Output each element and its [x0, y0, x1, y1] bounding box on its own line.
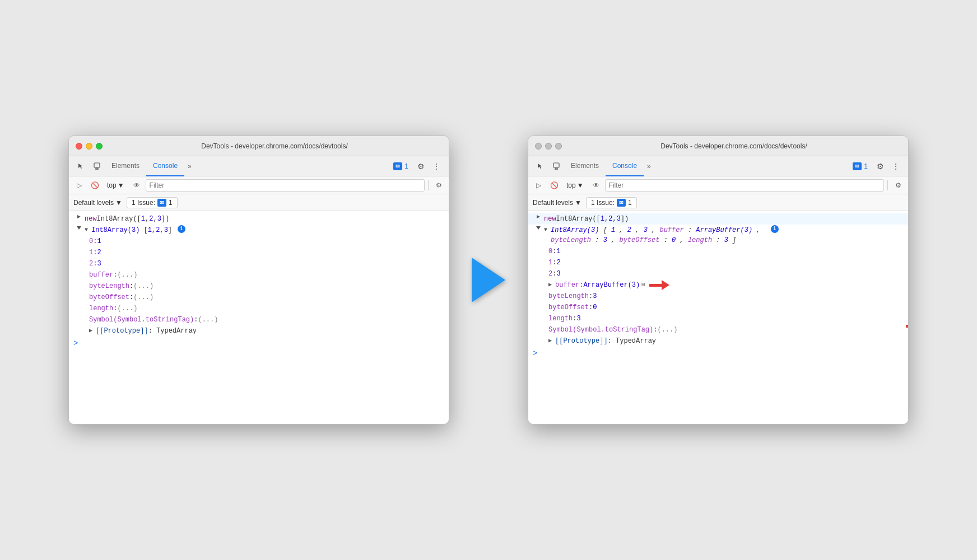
comparison-container: DevTools - developer.chrome.com/docs/dev… [46, 113, 931, 447]
svg-rect-0 [94, 163, 100, 167]
right-console-prompt[interactable]: > [528, 347, 908, 360]
left-prop-length: length : (...) [69, 303, 449, 314]
right-toolbar-tabs: Elements Console » ✉ 1 ⚙ ⋮ [528, 156, 908, 176]
left-more-icon[interactable]: ⋮ [429, 158, 444, 174]
comparison-arrow [472, 258, 505, 302]
right-prop-2: 2 : 3 [528, 268, 908, 279]
right-issues-bar: Default levels ▼ 1 Issue: ✉ 1 [528, 194, 908, 211]
right-info-badge[interactable]: i [771, 225, 779, 233]
left-cursor-icon[interactable] [73, 158, 89, 174]
left-messages-badge[interactable]: ✉ 1 [389, 161, 413, 172]
right-prop-bytelength: byteLength : 3 [528, 291, 908, 302]
left-devtools-window: DevTools - developer.chrome.com/docs/dev… [68, 136, 449, 424]
right-line-output-header: ▼ Int8Array(3) [ 1 , 2 , 3 , buffer : Ar… [528, 225, 908, 246]
right-tab-elements[interactable]: Elements [564, 156, 606, 176]
left-prop-0: 0 : 1 [69, 236, 449, 247]
right-run-icon[interactable]: ▷ [532, 179, 545, 192]
left-filter-input[interactable] [146, 179, 425, 192]
left-gutter-1 [73, 214, 85, 220]
left-divider [428, 180, 429, 190]
right-prop-byteoffset: byteOffset : 0 [528, 302, 908, 313]
left-issues-badge-icon: ✉ [157, 199, 166, 207]
right-prop-symbol: Symbol(Symbol.toStringTag) : (...) [528, 324, 908, 335]
right-maximize-btn[interactable] [555, 143, 562, 150]
left-toolbar-tabs: Elements Console » ✉ 1 ⚙ ⋮ [69, 156, 449, 176]
svg-marker-8 [537, 215, 540, 218]
left-badge-icon: ✉ [393, 162, 402, 170]
right-settings-icon[interactable]: ⚙ [872, 158, 888, 174]
right-issues-btn[interactable]: 1 Issue: ✉ 1 [586, 197, 637, 208]
left-prop-bytelength: byteLength : (...) [69, 281, 449, 292]
left-console-toolbar: ▷ 🚫 top ▼ 👁 ⚙ [69, 176, 449, 194]
close-button[interactable] [76, 143, 82, 150]
maximize-button[interactable] [96, 143, 103, 150]
right-cursor-icon[interactable] [533, 158, 548, 174]
left-tab-console[interactable]: Console [146, 156, 184, 176]
right-default-levels-btn[interactable]: Default levels ▼ [533, 199, 581, 207]
right-tab-console[interactable]: Console [606, 156, 644, 176]
right-prop-length: length : 3 [528, 313, 908, 324]
left-traffic-lights [76, 143, 103, 150]
left-console-prompt[interactable]: > [69, 337, 449, 350]
right-device-icon[interactable] [548, 158, 564, 174]
right-gutter-2 [533, 225, 544, 231]
right-devtools-window: DevTools - developer.chrome.com/docs/dev… [528, 136, 909, 424]
left-run-icon[interactable]: ▷ [72, 179, 86, 192]
svg-marker-4 [77, 226, 81, 230]
left-issues-bar: Default levels ▼ 1 Issue: ✉ 1 [69, 194, 449, 211]
left-settings-icon[interactable]: ⚙ [413, 158, 429, 174]
left-prop-2: 2 : 3 [69, 258, 449, 269]
left-console-content: new Int8Array([ 1 , 2 , 3 ]) ▼ Int8Array… [69, 211, 449, 424]
left-line-input: new Int8Array([ 1 , 2 , 3 ]) [69, 213, 449, 225]
left-line-output-header: ▼ Int8Array(3) [ 1 , 2 , 3 ] i [69, 225, 449, 236]
left-prop-1: 1 : 2 [69, 247, 449, 258]
left-block-icon[interactable]: 🚫 [88, 179, 101, 192]
right-prop-prototype: ▶ [[Prototype]] : TypedArray [528, 335, 908, 347]
right-minimize-btn[interactable] [545, 143, 552, 150]
right-gutter-1 [533, 214, 544, 220]
left-settings-console-icon[interactable]: ⚙ [432, 179, 445, 192]
right-top-dropdown[interactable]: top ▼ [563, 180, 587, 190]
left-device-icon[interactable] [89, 158, 105, 174]
right-messages-badge[interactable]: ✉ 1 [848, 161, 872, 172]
right-line-input: new Int8Array([ 1 , 2 , 3 ]) [528, 213, 908, 225]
left-default-levels-btn[interactable]: Default levels ▼ [73, 199, 122, 207]
svg-marker-9 [536, 226, 541, 230]
right-close-btn[interactable] [535, 143, 542, 150]
big-arrow-right [472, 258, 505, 302]
right-prop-0: 0 : 1 [528, 246, 908, 257]
left-tab-more[interactable]: » [184, 162, 195, 170]
right-eye-icon[interactable]: 👁 [589, 179, 603, 192]
left-title-bar: DevTools - developer.chrome.com/docs/dev… [69, 136, 449, 156]
left-eye-icon[interactable]: 👁 [130, 179, 143, 192]
right-tab-more[interactable]: » [644, 162, 654, 170]
left-top-dropdown[interactable]: top ▼ [104, 180, 128, 190]
right-block-icon[interactable]: 🚫 [547, 179, 561, 192]
left-window-title: DevTools - developer.chrome.com/docs/dev… [107, 142, 442, 150]
left-prop-symbol: Symbol(Symbol.toStringTag) : (...) [69, 314, 449, 325]
left-issues-btn[interactable]: 1 Issue: ✉ 1 [127, 197, 178, 208]
right-prop-1: 1 : 2 [528, 257, 908, 268]
red-arrow-header [906, 321, 909, 331]
right-settings-console-icon[interactable]: ⚙ [891, 179, 905, 192]
right-issues-badge-icon: ✉ [617, 199, 626, 207]
right-more-icon[interactable]: ⋮ [888, 158, 904, 174]
svg-marker-3 [77, 215, 81, 218]
right-badge-icon: ✉ [853, 162, 862, 170]
left-gutter-2 [73, 225, 85, 231]
right-console-toolbar: ▷ 🚫 top ▼ 👁 ⚙ [528, 176, 908, 194]
svg-rect-5 [553, 163, 559, 167]
left-info-badge[interactable]: i [178, 225, 185, 233]
left-prop-buffer: buffer : (...) [69, 269, 449, 281]
minimize-button[interactable] [86, 143, 92, 150]
left-prop-prototype: ▶ [[Prototype]] : TypedArray [69, 325, 449, 337]
left-prop-byteoffset: byteOffset : (...) [69, 292, 449, 303]
right-divider [887, 180, 888, 190]
left-tab-elements[interactable]: Elements [105, 156, 146, 176]
right-filter-input[interactable] [605, 179, 884, 192]
right-red-arrow-buffer [649, 280, 669, 290]
right-traffic-lights [535, 143, 562, 150]
right-window-title: DevTools - developer.chrome.com/docs/dev… [566, 142, 901, 150]
right-console-content: new Int8Array([ 1 , 2 , 3 ]) ▼ Int8Array… [528, 211, 908, 424]
right-prop-buffer: ▶ buffer : ArrayBuffer(3) ⊞ [528, 279, 908, 291]
